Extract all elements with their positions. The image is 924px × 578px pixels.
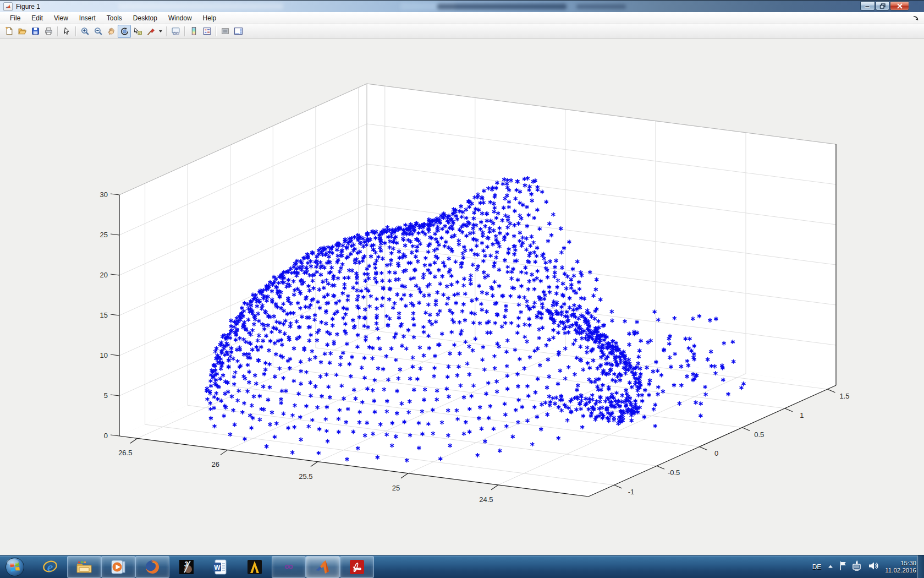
save-figure-button[interactable] <box>29 25 42 38</box>
toolbar-separator <box>216 26 216 36</box>
menu-edit[interactable]: Edit <box>26 13 48 23</box>
show-plot-tools-button[interactable] <box>232 25 245 38</box>
edit-plot-button[interactable] <box>60 25 73 38</box>
toolbar-separator <box>57 26 58 36</box>
svg-text:5: 5 <box>104 391 108 400</box>
menu-bar: FileEditViewInsertToolsDesktopWindowHelp <box>0 12 924 24</box>
language-indicator[interactable]: DE <box>811 563 823 571</box>
taskbar-item-3d-modeling-app[interactable]: 3 <box>169 556 204 578</box>
menu-desktop[interactable]: Desktop <box>128 13 163 23</box>
new-figure-button[interactable] <box>2 25 15 38</box>
volume-icon[interactable] <box>868 560 879 574</box>
svg-text:1: 1 <box>800 411 804 419</box>
zoom-in-button[interactable] <box>78 25 91 38</box>
start-button[interactable] <box>4 557 25 577</box>
insert-legend-button[interactable] <box>200 25 213 38</box>
svg-text:25: 25 <box>392 484 400 492</box>
titlebar-glare <box>118 3 283 9</box>
system-tray: DE 15:30 11.02.2016 <box>811 555 916 578</box>
svg-text:26.5: 26.5 <box>118 449 132 457</box>
restore-button[interactable] <box>876 1 889 10</box>
svg-text:26: 26 <box>212 460 219 468</box>
toolbar-separator <box>184 26 185 36</box>
menu-help[interactable]: Help <box>197 13 222 23</box>
figure-toolbar <box>0 24 924 39</box>
clock[interactable]: 15:30 11.02.2016 <box>885 560 916 574</box>
svg-text:0: 0 <box>104 432 108 440</box>
window-title: Figure 1 <box>16 3 40 10</box>
rotate-3d-button[interactable] <box>118 25 131 38</box>
svg-text:3: 3 <box>184 560 188 568</box>
background-window-title-blur2 <box>576 4 626 9</box>
taskbar-item-media-player[interactable] <box>101 556 135 578</box>
data-cursor-button[interactable] <box>131 25 144 38</box>
taskbar-item-ansys[interactable] <box>238 556 272 578</box>
clock-date: 11.02.2016 <box>885 567 916 574</box>
taskbar-item-internet-explorer[interactable]: e <box>33 556 67 578</box>
menu-insert[interactable]: Insert <box>74 13 101 23</box>
menu-tools[interactable]: Tools <box>101 13 128 23</box>
dock-figure-button[interactable] <box>912 14 920 24</box>
brush-data-button[interactable] <box>144 25 157 38</box>
svg-text:1.5: 1.5 <box>839 392 849 400</box>
network-icon[interactable] <box>852 560 864 574</box>
svg-text:W: W <box>214 564 221 571</box>
svg-text:10: 10 <box>100 351 108 359</box>
svg-text:20: 20 <box>100 271 108 279</box>
svg-text:15: 15 <box>100 311 108 319</box>
hidden-icons-button[interactable] <box>827 562 834 572</box>
menu-window[interactable]: Window <box>163 13 197 23</box>
taskbar-item-visual-studio[interactable]: ∞ <box>272 556 306 578</box>
svg-text:0.5: 0.5 <box>754 430 764 439</box>
hide-plot-tools-button[interactable] <box>218 25 232 38</box>
open-file-button[interactable] <box>15 25 29 38</box>
svg-text:0: 0 <box>714 449 718 457</box>
brush-dropdown-arrow[interactable] <box>159 30 162 32</box>
zoom-out-button[interactable] <box>91 25 105 38</box>
background-window-title-blur <box>437 4 566 9</box>
svg-text:24.5: 24.5 <box>479 495 493 504</box>
taskbar-item-windows-explorer[interactable] <box>67 556 101 578</box>
svg-text:-1: -1 <box>628 488 635 496</box>
title-bar: Figure 1 <box>0 0 924 12</box>
print-figure-button[interactable] <box>42 25 55 38</box>
pan-button[interactable] <box>105 25 118 38</box>
action-center-flag-icon[interactable] <box>838 560 848 574</box>
plot-3d-scatter[interactable]: 26.52625.52524.5-1-0.500.511.50510152025… <box>0 0 924 578</box>
minimize-button[interactable] <box>860 1 875 10</box>
taskbar: e3W∞ DE 15:30 11.02.2016 <box>0 555 924 578</box>
insert-colorbar-button[interactable] <box>187 25 200 38</box>
taskbar-items: e3W∞ <box>33 556 374 578</box>
svg-text:∞: ∞ <box>284 559 293 573</box>
taskbar-item-firefox[interactable] <box>135 556 169 578</box>
menu-file[interactable]: File <box>4 13 26 23</box>
svg-text:-0.5: -0.5 <box>668 468 680 477</box>
taskbar-item-word[interactable]: W <box>204 556 238 578</box>
svg-text:30: 30 <box>100 190 108 199</box>
figure-canvas: 26.52625.52524.5-1-0.500.511.50510152025… <box>0 39 924 555</box>
svg-text:25.5: 25.5 <box>299 472 312 481</box>
svg-text:e: e <box>47 560 53 574</box>
taskbar-item-acrobat-reader[interactable] <box>340 556 374 578</box>
toolbar-separator <box>75 26 76 36</box>
matlab-figure-icon <box>3 2 13 11</box>
link-plot-button[interactable] <box>169 25 182 38</box>
svg-text:25: 25 <box>100 231 108 239</box>
taskbar-item-matlab[interactable] <box>306 556 340 578</box>
menu-view[interactable]: View <box>48 13 74 23</box>
toolbar-separator <box>166 26 167 36</box>
show-desktop-button[interactable] <box>917 555 924 578</box>
clock-time: 15:30 <box>885 560 916 567</box>
close-button[interactable] <box>890 1 909 10</box>
